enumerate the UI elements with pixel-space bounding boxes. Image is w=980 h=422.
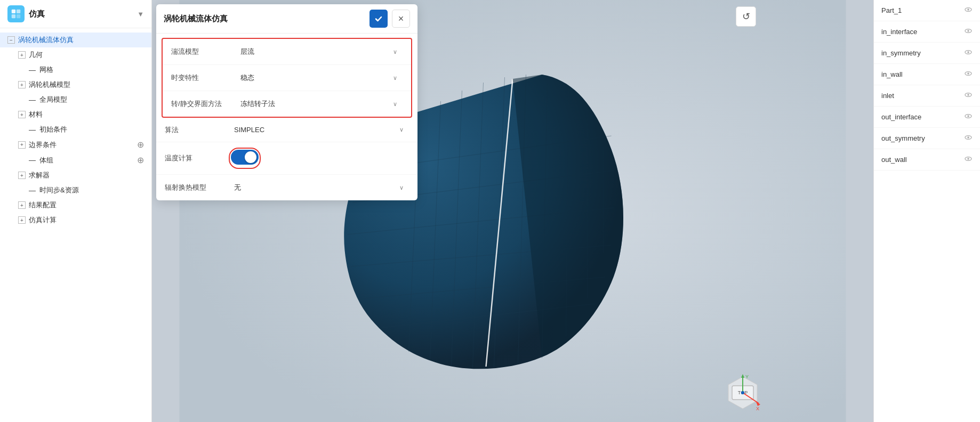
- svg-point-41: [967, 94, 969, 95]
- right-panel-item-inlet: inlet: [874, 85, 980, 107]
- right-panel-label: out_symmetry: [881, 134, 925, 142]
- sidebar-arrow-icon[interactable]: ▼: [137, 10, 144, 18]
- rotor-interface-value: 冻结转子法: [240, 99, 275, 109]
- plus-icon: +: [18, 111, 26, 118]
- sidebar-item-label: 材料: [29, 110, 43, 119]
- rotor-interface-label: 转/静交界面方法: [171, 99, 235, 109]
- eye-icon[interactable]: [964, 27, 973, 37]
- app-icon: [7, 5, 25, 22]
- sidebar-item-label: 网格: [39, 65, 53, 75]
- algorithm-select[interactable]: SIMPLEC ∨: [229, 123, 409, 136]
- sidebar-item-solver[interactable]: + 求解器: [0, 168, 151, 183]
- turbulence-row: 湍流模型 层流 ∨: [163, 39, 411, 65]
- svg-text:X: X: [756, 406, 759, 411]
- time-variant-select[interactable]: 稳态 ∨: [235, 70, 403, 85]
- svg-marker-26: [741, 374, 744, 378]
- sidebar-item-sim-calc[interactable]: + 仿真计算: [0, 213, 151, 228]
- plus-icon: +: [18, 172, 26, 179]
- eye-icon[interactable]: [964, 48, 973, 58]
- dialog-close-button[interactable]: ×: [392, 10, 410, 28]
- sidebar-item-label: 结果配置: [29, 200, 57, 210]
- radiation-value: 无: [234, 183, 241, 192]
- svg-rect-2: [12, 14, 15, 18]
- sidebar-item-label: 求解器: [29, 171, 50, 180]
- svg-text:Y: Y: [745, 374, 749, 379]
- eye-icon[interactable]: [964, 155, 973, 165]
- sidebar-header: 仿真 ▼: [0, 0, 151, 28]
- right-panel: Part_1 in_interface in_symmetry in_wall: [873, 0, 980, 422]
- sidebar-item-time-step[interactable]: — 时间步&资源: [0, 183, 151, 198]
- right-panel-item-out-symmetry: out_symmetry: [874, 128, 980, 149]
- plus-icon: +: [18, 201, 26, 209]
- sidebar-item-label: 全局模型: [39, 95, 67, 104]
- right-panel-item-part1: Part_1: [874, 0, 980, 21]
- svg-point-39: [967, 72, 969, 74]
- sidebar-item-label: 涡轮机械流体仿真: [18, 35, 74, 45]
- eye-icon[interactable]: [964, 5, 973, 15]
- sidebar-item-label: 几何: [29, 50, 43, 60]
- right-panel-item-out-interface: out_interface: [874, 107, 980, 128]
- sidebar-title: 仿真: [29, 9, 133, 19]
- right-panel-label: in_interface: [881, 28, 917, 36]
- eye-icon[interactable]: [964, 91, 973, 101]
- sidebar-tree: − 涡轮机械流体仿真 + 几何 — 网格 + 涡轮机械模型 — 全局模型: [0, 28, 151, 422]
- add-body-group-button[interactable]: ⊕: [137, 155, 144, 165]
- sidebar-item-turbo-sim[interactable]: − 涡轮机械流体仿真: [0, 33, 151, 47]
- svg-rect-1: [17, 10, 20, 13]
- right-panel-label: in_symmetry: [881, 49, 921, 57]
- right-panel-item-in-wall: in_wall: [874, 64, 980, 85]
- sidebar-item-global-model[interactable]: — 全局模型: [0, 92, 151, 107]
- time-variant-row: 时变特性 稳态 ∨: [163, 65, 411, 91]
- chevron-down-icon: ∨: [393, 75, 397, 82]
- toggle-highlight-border: [229, 148, 261, 169]
- sidebar-item-geometry[interactable]: + 几何: [0, 47, 151, 62]
- sidebar-item-label: 体组: [39, 156, 53, 165]
- sidebar-item-mesh[interactable]: — 网格: [0, 62, 151, 77]
- minus-icon: −: [7, 36, 15, 44]
- turbulence-label: 湍流模型: [171, 47, 235, 56]
- turbulence-value: 层流: [240, 47, 254, 56]
- plus-icon: +: [18, 81, 26, 88]
- undo-button[interactable]: ↺: [736, 6, 756, 27]
- svg-point-45: [967, 136, 969, 138]
- sidebar-item-turbo-model[interactable]: + 涡轮机械模型: [0, 77, 151, 92]
- time-variant-value: 稳态: [240, 73, 254, 83]
- temp-calc-toggle-area: [229, 148, 409, 169]
- chevron-down-icon: ∨: [393, 101, 397, 108]
- rotor-interface-select[interactable]: 冻结转子法 ∨: [235, 96, 403, 111]
- orientation-cube[interactable]: TOP Y X: [724, 374, 756, 406]
- eye-icon[interactable]: [964, 133, 973, 143]
- eye-icon[interactable]: [964, 112, 973, 122]
- right-panel-label: in_wall: [881, 70, 903, 78]
- right-panel-label: out_wall: [881, 156, 907, 164]
- dialog-confirm-button[interactable]: [369, 10, 388, 28]
- sidebar-item-label: 边界条件: [29, 140, 57, 150]
- sidebar-item-boundary[interactable]: + 边界条件 ⊕: [0, 137, 151, 152]
- add-boundary-button[interactable]: ⊕: [137, 140, 144, 150]
- plus-icon: +: [18, 51, 26, 59]
- turbulence-select[interactable]: 层流 ∨: [235, 44, 403, 59]
- svg-rect-0: [12, 10, 15, 13]
- right-panel-item-in-interface: in_interface: [874, 21, 980, 43]
- eye-icon[interactable]: [964, 69, 973, 79]
- left-sidebar: 仿真 ▼ − 涡轮机械流体仿真 + 几何 — 网格 + 涡轮机械模型: [0, 0, 152, 422]
- sidebar-item-result-config[interactable]: + 结果配置: [0, 198, 151, 213]
- right-panel-label: out_interface: [881, 113, 921, 121]
- temp-calc-label: 温度计算: [165, 153, 229, 163]
- svg-rect-3: [17, 14, 20, 18]
- chevron-down-icon: ∨: [399, 126, 404, 133]
- time-variant-label: 时变特性: [171, 73, 235, 83]
- algorithm-label: 算法: [165, 125, 229, 135]
- sidebar-item-init-cond[interactable]: — 初始条件: [0, 122, 151, 137]
- temp-calc-toggle[interactable]: [231, 150, 259, 165]
- sidebar-item-body-group[interactable]: — 体组 ⊕: [0, 152, 151, 168]
- svg-point-37: [967, 51, 969, 53]
- sidebar-item-label: 时间步&资源: [39, 185, 79, 195]
- svg-point-47: [967, 158, 969, 159]
- radiation-select[interactable]: 无 ∨: [229, 180, 409, 195]
- dialog-body: 湍流模型 层流 ∨ 时变特性 稳态: [156, 38, 417, 200]
- right-panel-item-in-symmetry: in_symmetry: [874, 43, 980, 64]
- right-panel-item-out-wall: out_wall: [874, 149, 980, 171]
- sidebar-item-material[interactable]: + 材料: [0, 107, 151, 122]
- algorithm-value: SIMPLEC: [234, 126, 264, 134]
